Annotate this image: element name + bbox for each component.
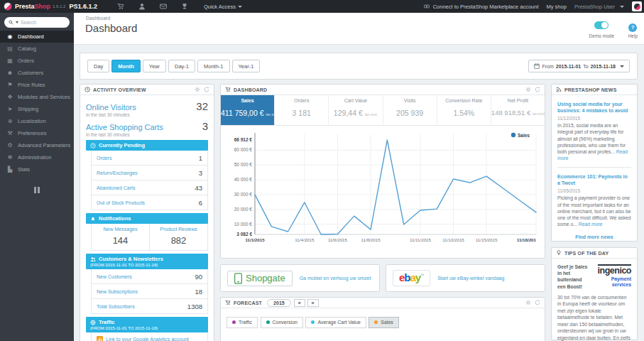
forecast-next-button[interactable]: » — [307, 299, 319, 307]
demo-mode-toggle[interactable] — [594, 21, 608, 29]
kpi-orders[interactable]: Orders3 181 — [275, 95, 329, 125]
range-year-button[interactable]: Year — [143, 60, 166, 72]
breadcrumb[interactable]: Dashboard — [86, 16, 110, 21]
ingenico-logo[interactable]: ingenico Payment services — [593, 264, 631, 290]
cart-icon[interactable] — [117, 3, 124, 10]
pending-table: Orders1 Return/Exchanges3 Abandoned Cart… — [91, 151, 208, 210]
sidebar-collapse-icon[interactable] — [34, 187, 40, 193]
sidebar-item-administration[interactable]: ☸Administration — [0, 151, 74, 163]
sidebar-item-modules[interactable]: ❖Modules and Services — [0, 91, 74, 103]
range-year-1-button[interactable]: Year-1 — [232, 60, 261, 72]
marketplace-link[interactable]: Connect to PrestaShop Marketplace accoun… — [423, 3, 539, 10]
forecast-avg-cart-button[interactable]: Average Cart Value — [305, 317, 366, 328]
table-row: Total Subscribers1308 — [92, 299, 207, 313]
forecast-traffic-button[interactable]: Traffic — [227, 317, 258, 328]
user-menu[interactable]: PrestaShop User — [574, 4, 624, 10]
ebay-link[interactable]: Start uw eBay-winkel vandaag — [437, 275, 504, 281]
google-analytics-icon — [97, 336, 103, 341]
gear-icon[interactable] — [525, 87, 531, 92]
panel-tools — [195, 87, 209, 92]
topbar: PrestaShop 1.6.1.2 PS1.6.1.2 Quick Acces… — [0, 0, 644, 13]
user-icon[interactable] — [138, 3, 146, 10]
news-article-title[interactable]: Using social media for your business: 4 … — [557, 101, 631, 114]
sidebar-item-catalog[interactable]: ▤Catalog — [0, 43, 74, 55]
customers-table: New Customers90 New Subscriptions18 Tota… — [91, 269, 208, 314]
news-article-title[interactable]: Ecommerce 101: Payments in a Tweet — [557, 173, 631, 186]
product-reviews-link[interactable]: Product Reviews — [150, 227, 207, 232]
metric-label: Sales — [381, 320, 393, 325]
read-more-link[interactable]: Read more — [579, 222, 603, 227]
date-range-picker[interactable]: From 2015-11-01 To 2015-11-18 — [528, 60, 630, 72]
calendar-icon — [534, 63, 540, 69]
search-input[interactable] — [21, 20, 58, 25]
demo-mode-control: Demo mode — [589, 19, 614, 38]
forecast-year[interactable]: 2015 — [267, 299, 291, 307]
tip-headline: Geef je Sales in het buitenland een Boos… — [557, 264, 590, 290]
gear-icon[interactable] — [525, 300, 531, 305]
traffic-band: Traffic (FROM 2015-11-01 TO 2015-11-18) — [86, 317, 208, 332]
out-of-stock-link[interactable]: Out of Stock Products — [97, 200, 145, 205]
credit-card-icon: ▦ — [6, 58, 13, 64]
online-visitors-label[interactable]: Online Visitors — [86, 103, 136, 112]
trophy-icon[interactable] — [181, 3, 188, 10]
kpi-sales[interactable]: Sales411 759,00 € tax excl. — [221, 95, 275, 125]
kpi-cart-value[interactable]: Cart Value129,44 € tax excl. — [329, 95, 383, 125]
ebay-letter: e — [399, 272, 404, 284]
pending-returns-link[interactable]: Return/Exchanges — [97, 170, 138, 175]
google-analytics-link[interactable]: Link to your Google Analytics account — [91, 332, 208, 341]
trademark-symbol: ™ — [420, 273, 424, 277]
panel-header: PrestaShop News — [552, 85, 637, 95]
sidebar-item-shipping[interactable]: ➤Shipping — [0, 103, 74, 115]
range-month-1-button[interactable]: Month-1 — [197, 60, 230, 72]
new-messages-link[interactable]: New Messages — [92, 227, 149, 232]
help-icon[interactable]: ? — [628, 23, 637, 32]
kpi-net-profit[interactable]: Net Profit148 918,51 € tax excl. — [491, 95, 545, 125]
refresh-icon[interactable] — [204, 87, 209, 92]
news-body: Using social media for your business: 4 … — [552, 95, 637, 245]
total-subscribers-link[interactable]: Total Subscribers — [97, 304, 135, 309]
range-day-1-button[interactable]: Day-1 — [168, 60, 195, 72]
shopgate-link[interactable]: Ga mobiel en verhoog uw omzet — [300, 275, 371, 281]
mail-icon[interactable] — [160, 3, 167, 10]
active-carts-label[interactable]: Active Shopping Carts — [86, 123, 163, 131]
google-analytics-label: Link to your Google Analytics account — [106, 337, 189, 341]
kpi-conversion-rate[interactable]: Conversion Rate1.54% — [437, 95, 491, 125]
pending-orders-link[interactable]: Orders — [97, 156, 111, 161]
abandoned-carts-link[interactable]: Abandoned Carts — [97, 185, 135, 190]
sidebar-item-price-rules[interactable]: ⚑Price Rules — [0, 79, 74, 91]
search-icon[interactable] — [9, 20, 13, 25]
forecast-prev-button[interactable]: « — [294, 299, 305, 307]
panel-tools — [525, 87, 540, 92]
find-more-news-link[interactable]: Find more news — [557, 234, 631, 239]
forecast-sales-button[interactable]: Sales — [369, 317, 399, 328]
new-customers-link[interactable]: New Customers — [97, 274, 132, 279]
sidebar-item-stats[interactable]: ▙Stats — [0, 163, 74, 175]
sidebar-item-localization[interactable]: ⊕Localization — [0, 115, 74, 127]
forecast-metrics: Traffic Conversion Average Cart Value Sa… — [221, 308, 545, 334]
ebay-letter: a — [410, 272, 415, 284]
svg-text:40 000 €: 40 000 € — [234, 177, 253, 182]
range-day-button[interactable]: Day — [87, 60, 109, 72]
refresh-icon[interactable] — [535, 87, 540, 92]
globe-icon — [90, 320, 96, 325]
svg-text:Sales: Sales — [518, 133, 530, 138]
new-subscriptions-link[interactable]: New Subscriptions — [97, 289, 138, 294]
quick-access-menu[interactable]: Quick Access — [204, 4, 242, 10]
range-month-button[interactable]: Month — [111, 60, 141, 72]
refresh-icon[interactable] — [535, 300, 540, 305]
avatar[interactable] — [632, 1, 642, 11]
sidebar-item-orders[interactable]: ▦Orders — [0, 55, 74, 67]
search-scope-caret-icon[interactable] — [16, 21, 18, 23]
kpi-visits[interactable]: Visits205 939 — [383, 95, 437, 125]
sidebar-item-dashboard[interactable]: ◉Dashboard — [0, 31, 74, 43]
shopgate-banner[interactable]: Shopgate Ga mobiel en verhoog uw omzet — [220, 264, 380, 292]
sidebar-item-preferences[interactable]: ⚒Preferences — [0, 127, 74, 139]
my-shop-link[interactable]: My shop — [547, 4, 567, 10]
notifications-table: New Messages 144 Product Reviews 882 — [91, 224, 208, 251]
gear-icon[interactable] — [195, 87, 200, 92]
ebay-banner[interactable]: e b a y ™ Start uw eBay-winkel vandaag — [386, 264, 545, 292]
forecast-conversion-button[interactable]: Conversion — [261, 317, 303, 328]
sidebar-item-advanced-parameters[interactable]: ⚙Advanced Parameters — [0, 139, 74, 151]
sidebar-item-customers[interactable]: ☻Customers — [0, 67, 74, 79]
metric-label: Average Cart Value — [317, 320, 360, 325]
